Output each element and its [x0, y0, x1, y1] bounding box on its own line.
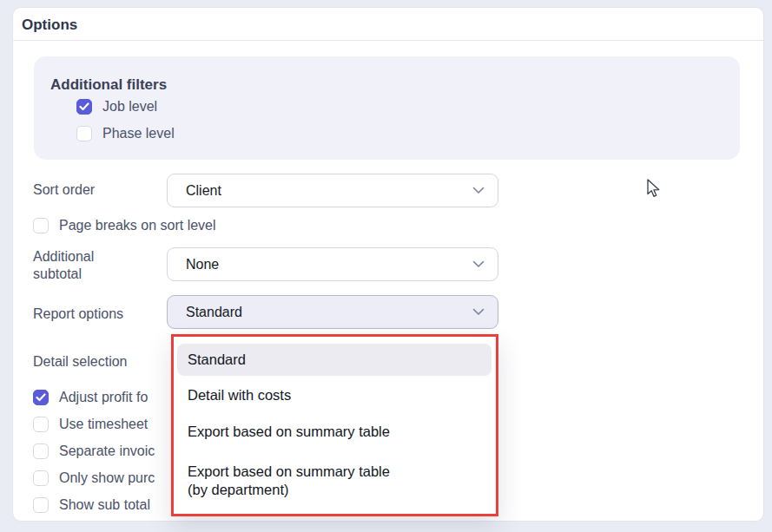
checkbox-row-only-show-purchases[interactable]: Only show purc [33, 470, 155, 486]
checkbox-row-adjust-profit[interactable]: Adjust profit fo [33, 390, 148, 405]
chevron-down-icon [472, 308, 485, 316]
job-level-label: Job level [102, 99, 157, 115]
additional-filters-title: Additional filters [50, 76, 167, 94]
only-show-purchases-label: Only show purc [59, 470, 155, 486]
additional-subtotal-select[interactable]: None [167, 247, 498, 281]
checkbox-row-use-timesheet[interactable]: Use timesheet [33, 417, 148, 432]
page-breaks-label: Page breaks on sort level [59, 218, 216, 233]
phase-level-checkbox[interactable] [76, 126, 92, 141]
separate-invoice-checkbox[interactable] [33, 443, 49, 459]
page-title: Options [22, 16, 77, 34]
use-timesheet-checkbox[interactable] [33, 417, 49, 432]
show-sub-totals-label: Show sub total [59, 497, 150, 513]
dropdown-item-export-summary[interactable]: Export based on summary table [188, 423, 390, 441]
card-header: Options [13, 8, 763, 41]
use-timesheet-label: Use timesheet [59, 417, 148, 432]
report-options-dropdown-menu: Standard Detail with costs Export based … [171, 334, 498, 516]
report-options-value: Standard [186, 305, 242, 320]
additional-subtotal-value: None [186, 257, 219, 273]
separate-invoice-label: Separate invoic [59, 443, 155, 459]
job-level-checkbox[interactable] [76, 99, 92, 115]
checkbox-row-separate-invoice[interactable]: Separate invoic [33, 443, 155, 459]
sort-order-value: Client [186, 183, 221, 199]
checkbox-row-phase-level[interactable]: Phase level [76, 126, 175, 141]
dropdown-item-detail-with-costs[interactable]: Detail with costs [188, 386, 291, 404]
detail-selection-label: Detail selection [33, 353, 128, 371]
checkmark-icon [79, 102, 89, 111]
dropdown-item-standard[interactable]: Standard [177, 344, 492, 376]
checkbox-row-show-sub-totals[interactable]: Show sub total [33, 497, 150, 513]
dropdown-item-export-summary-by-department[interactable]: Export based on summary table (by depart… [188, 463, 483, 499]
additional-filters-panel: Additional filters Job level Phase level [34, 56, 740, 160]
mouse-cursor-icon [646, 179, 663, 201]
show-sub-totals-checkbox[interactable] [33, 497, 49, 513]
page-breaks-checkbox[interactable] [33, 218, 49, 233]
report-options-select[interactable]: Standard [167, 295, 498, 329]
adjust-profit-checkbox[interactable] [33, 390, 49, 405]
checkbox-row-job-level[interactable]: Job level [76, 99, 157, 115]
options-card: Options Additional filters Job level Pha… [12, 7, 764, 522]
checkmark-icon [36, 393, 46, 402]
chevron-down-icon [472, 260, 485, 268]
report-options-label: Report options [33, 305, 123, 323]
adjust-profit-label: Adjust profit fo [59, 390, 148, 405]
phase-level-label: Phase level [102, 126, 175, 141]
checkbox-row-page-breaks[interactable]: Page breaks on sort level [33, 218, 216, 233]
sort-order-label: Sort order [33, 181, 95, 199]
sort-order-select[interactable]: Client [167, 174, 498, 207]
only-show-purchases-checkbox[interactable] [33, 470, 49, 486]
additional-subtotal-label: Additional subtotal [33, 248, 129, 283]
chevron-down-icon [472, 187, 485, 194]
